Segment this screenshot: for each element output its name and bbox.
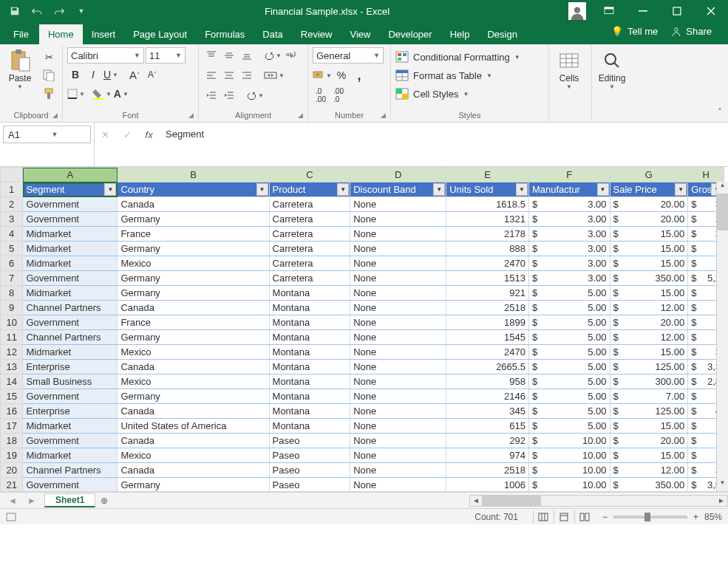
cell[interactable]: Germany xyxy=(118,242,269,256)
cell[interactable]: None xyxy=(350,374,446,389)
cell[interactable]: $5.00 xyxy=(528,330,610,345)
borders-button[interactable]: ▼ xyxy=(67,86,85,102)
shrink-font-icon[interactable]: A˅ xyxy=(144,66,160,83)
cell[interactable]: None xyxy=(350,463,446,478)
orientation-icon[interactable]: ⭯▼ xyxy=(264,47,282,64)
align-center-icon[interactable] xyxy=(221,67,237,83)
cell[interactable]: 2518 xyxy=(446,301,529,315)
share-button[interactable]: Share xyxy=(667,23,716,40)
cell[interactable]: Manufactur▼ xyxy=(528,182,610,197)
cell[interactable]: $15.00 xyxy=(610,227,688,242)
cell[interactable]: $5.00 xyxy=(528,315,610,330)
formula-input[interactable]: Segment xyxy=(160,126,728,143)
tab-file[interactable]: File xyxy=(3,24,39,44)
merge-center-icon[interactable]: ▼ xyxy=(264,67,285,83)
cell[interactable]: Government xyxy=(23,478,118,493)
cell[interactable]: 2146 xyxy=(446,389,529,404)
cell[interactable]: Midmarket xyxy=(23,227,118,242)
cell[interactable]: $5.00 xyxy=(528,360,610,374)
tab-design[interactable]: Design xyxy=(478,24,525,44)
cell[interactable]: $3.00 xyxy=(528,197,610,212)
row-header[interactable]: 15 xyxy=(1,389,23,404)
cell[interactable]: Canada xyxy=(118,360,269,374)
row-header[interactable]: 3 xyxy=(1,212,23,227)
cell[interactable]: Government xyxy=(23,212,118,227)
col-header-e[interactable]: E xyxy=(446,168,529,182)
cell[interactable]: Mexico xyxy=(118,448,269,463)
cell[interactable]: None xyxy=(350,448,446,463)
worksheet-grid[interactable]: A B C D E F G H 1 Segment▼ Country▼ Prod… xyxy=(0,167,728,492)
number-launcher-icon[interactable]: ◢ xyxy=(381,112,386,119)
cell[interactable]: Carretera xyxy=(269,256,350,271)
cell[interactable]: $125.00 xyxy=(610,404,688,419)
page-layout-view-icon[interactable] xyxy=(554,510,574,524)
font-size-combo[interactable]: 11▼ xyxy=(146,47,186,64)
cell[interactable]: $5.00 xyxy=(528,286,610,301)
cell[interactable]: Government xyxy=(23,389,118,404)
accept-formula-icon[interactable]: ✓ xyxy=(123,129,132,140)
filter-icon[interactable]: ▼ xyxy=(104,183,116,196)
row-header[interactable]: 8 xyxy=(1,286,23,301)
row-header[interactable]: 18 xyxy=(1,434,23,448)
cell[interactable]: Carretera xyxy=(269,227,350,242)
vertical-scrollbar[interactable]: ▲▼ xyxy=(716,182,728,491)
accounting-format-icon[interactable]: ▼ xyxy=(313,67,332,83)
percent-format-icon[interactable]: % xyxy=(333,67,350,83)
filter-icon[interactable]: ▼ xyxy=(597,183,609,196)
cell[interactable]: $20.00 xyxy=(610,434,688,448)
paste-button[interactable]: Paste ▼ xyxy=(4,47,35,90)
cell[interactable]: Channel Partners xyxy=(23,463,118,478)
cell[interactable]: Government xyxy=(23,434,118,448)
cell[interactable]: None xyxy=(350,360,446,374)
cell[interactable]: Midmarket xyxy=(23,448,118,463)
cell[interactable]: Midmarket xyxy=(23,345,118,360)
redo-icon[interactable] xyxy=(49,1,69,21)
col-header-g[interactable]: G xyxy=(610,168,688,182)
cell[interactable]: Canada xyxy=(118,197,269,212)
cell[interactable]: 2178 xyxy=(446,227,529,242)
cell[interactable]: $125.00 xyxy=(610,360,688,374)
font-color-button[interactable]: A▼ xyxy=(113,86,129,102)
cell[interactable]: Government xyxy=(23,271,118,286)
cell[interactable]: $20.00 xyxy=(610,315,688,330)
col-header-h[interactable]: H xyxy=(688,168,724,182)
cell[interactable]: $15.00 xyxy=(610,242,688,256)
italic-button[interactable]: I xyxy=(85,66,101,83)
tab-view[interactable]: View xyxy=(341,24,379,44)
cell[interactable]: $5.00 xyxy=(528,301,610,315)
font-name-combo[interactable]: Calibri▼ xyxy=(67,47,144,64)
cell[interactable]: Canada xyxy=(118,301,269,315)
zoom-slider[interactable] xyxy=(613,516,687,519)
number-format-combo[interactable]: General▼ xyxy=(313,47,384,64)
cell[interactable]: $20.00 xyxy=(610,197,688,212)
cell[interactable]: France xyxy=(118,315,269,330)
underline-button[interactable]: U▼ xyxy=(103,66,119,83)
cell[interactable]: Canada xyxy=(118,463,269,478)
cell[interactable]: $5.00 xyxy=(528,345,610,360)
cell[interactable]: Government xyxy=(23,197,118,212)
cell[interactable]: $3.00 xyxy=(528,271,610,286)
cell[interactable]: Carretera xyxy=(269,271,350,286)
cell[interactable]: $3.00 xyxy=(528,256,610,271)
cell[interactable]: $20.00 xyxy=(610,212,688,227)
tell-me-search[interactable]: 💡Tell me xyxy=(607,23,662,40)
row-header[interactable]: 13 xyxy=(1,360,23,374)
cell[interactable]: Montana xyxy=(269,286,350,301)
cell[interactable]: Paseo xyxy=(269,434,350,448)
align-left-icon[interactable] xyxy=(203,67,220,83)
horizontal-scrollbar[interactable]: ◄► xyxy=(469,495,728,507)
cell[interactable]: Montana xyxy=(269,374,350,389)
sheet-nav-prev-icon[interactable]: ◄ xyxy=(8,496,17,506)
increase-indent-icon[interactable] xyxy=(221,87,237,103)
select-all-cell[interactable] xyxy=(1,168,23,182)
cell[interactable]: Carretera xyxy=(269,242,350,256)
cell[interactable]: Germany xyxy=(118,271,269,286)
tab-help[interactable]: Help xyxy=(441,24,479,44)
copy-icon[interactable] xyxy=(40,67,58,83)
row-header[interactable]: 6 xyxy=(1,256,23,271)
cell[interactable]: $5.00 xyxy=(528,374,610,389)
cell[interactable]: 292 xyxy=(446,434,529,448)
tab-formulas[interactable]: Formulas xyxy=(196,24,254,44)
cell[interactable]: $3.00 xyxy=(528,227,610,242)
cell[interactable]: Montana xyxy=(269,404,350,419)
